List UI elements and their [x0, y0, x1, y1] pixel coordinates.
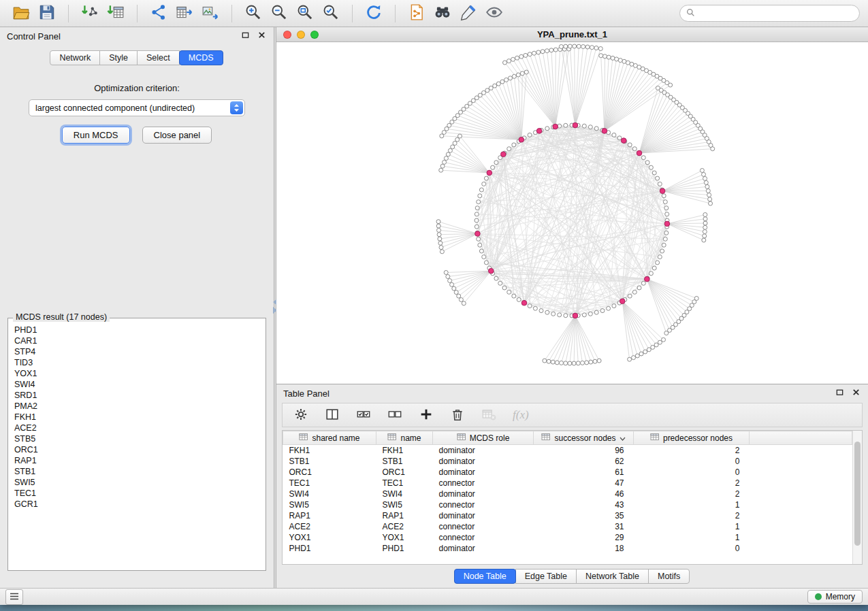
optimization-select[interactable]: largest connected component (undirected): [29, 99, 245, 116]
zoom-fit-button[interactable]: [295, 2, 315, 24]
table-row[interactable]: RAP1RAP1dominator352: [283, 510, 852, 521]
search-input[interactable]: [699, 9, 853, 18]
add-row-button[interactable]: [419, 407, 434, 424]
search-box[interactable]: [679, 5, 860, 22]
import-table-file-button[interactable]: [106, 2, 126, 24]
result-node[interactable]: ACE2: [14, 423, 259, 433]
zoom-out-icon: [270, 3, 288, 23]
control-panel-float-button[interactable]: [240, 30, 251, 42]
refresh-layout-button[interactable]: [364, 2, 384, 24]
result-node[interactable]: PHD1: [14, 325, 259, 335]
tab-motifs[interactable]: Motifs: [648, 569, 690, 584]
column-header-successor-nodes[interactable]: successor nodes: [534, 431, 634, 445]
result-node[interactable]: GCR1: [14, 499, 259, 510]
result-node[interactable]: STB5: [14, 433, 259, 444]
table-row[interactable]: SWI4SWI4dominator462: [283, 489, 852, 499]
tab-style[interactable]: Style: [99, 50, 138, 65]
tab-edge-table[interactable]: Edge Table: [515, 569, 577, 584]
result-node[interactable]: TEC1: [14, 488, 259, 499]
result-node[interactable]: FKH1: [14, 412, 259, 423]
run-mcds-button[interactable]: Run MCDS: [62, 127, 130, 144]
result-node[interactable]: TID3: [14, 357, 259, 368]
control-panel-close-button[interactable]: [257, 30, 267, 42]
mcds-result-list[interactable]: PHD1CAR1STP4TID3YOX1SWI4SRD1PMA2FKH1ACE2…: [8, 318, 266, 570]
column-type-icon: [457, 432, 466, 444]
network-graph[interactable]: [276, 42, 868, 384]
import-network-file-button[interactable]: [80, 2, 100, 24]
toolbar-buttons: [8, 2, 507, 24]
table-row[interactable]: TEC1TEC1connector472: [283, 478, 852, 489]
window-close-button[interactable]: [283, 31, 291, 39]
window-minimize-button[interactable]: [297, 31, 305, 39]
show-hide-graphics-button[interactable]: [484, 2, 504, 24]
tab-node-table[interactable]: Node Table: [454, 569, 516, 584]
result-node[interactable]: STP4: [14, 346, 259, 357]
save-session-button[interactable]: [37, 2, 57, 24]
table-row[interactable]: YOX1YOX1connector291: [283, 532, 852, 543]
table-row[interactable]: SWI5SWI5connector431: [283, 499, 852, 510]
tab-network[interactable]: Network: [50, 50, 100, 65]
zoom-in-button[interactable]: [243, 2, 263, 24]
apply-style-button[interactable]: [458, 2, 479, 24]
network-document-share-button[interactable]: [406, 2, 427, 24]
table-row[interactable]: ORC1ORC1dominator610: [283, 467, 852, 478]
result-node[interactable]: SWI5: [14, 477, 259, 488]
cell-name: SWI4: [376, 489, 433, 499]
network-window-titlebar[interactable]: YPA_prune.txt_1: [276, 27, 868, 42]
tab-select[interactable]: Select: [137, 50, 180, 65]
result-node[interactable]: RAP1: [14, 455, 259, 466]
zoom-out-button[interactable]: [269, 2, 289, 24]
search-network-button[interactable]: [432, 2, 453, 24]
delete-row-button[interactable]: [450, 407, 465, 424]
settings-gear-icon: [293, 407, 308, 424]
network-canvas[interactable]: [276, 42, 868, 384]
cell-predecessor-nodes: 1: [634, 532, 750, 543]
table-row[interactable]: PHD1PHD1dominator180: [283, 543, 852, 554]
apply-style-icon: [460, 3, 477, 23]
column-header-mcds-role[interactable]: MCDS role: [433, 431, 534, 445]
select-all-rows-button[interactable]: [356, 407, 371, 424]
result-node[interactable]: SWI4: [14, 379, 259, 390]
result-node[interactable]: PMA2: [14, 401, 259, 412]
result-node[interactable]: SRD1: [14, 390, 259, 401]
status-menu-button[interactable]: [5, 589, 23, 605]
export-image-button[interactable]: [200, 2, 221, 24]
table-row[interactable]: FKH1FKH1dominator962: [283, 445, 852, 456]
scrollbar-thumb[interactable]: [854, 442, 861, 546]
table-vertical-scrollbar[interactable]: [852, 431, 862, 564]
result-node[interactable]: YOX1: [14, 368, 259, 379]
optimization-label: Optimization criterion:: [94, 83, 180, 93]
import-network-file-icon: [81, 3, 99, 23]
deselect-all-rows-button[interactable]: [387, 407, 402, 424]
result-node[interactable]: CAR1: [14, 335, 259, 346]
column-header-name[interactable]: name: [376, 431, 433, 445]
export-table-button[interactable]: [174, 2, 195, 24]
table-panel: Table Panel f(x) shared namen: [276, 384, 868, 588]
table-panel-float-button[interactable]: [835, 387, 845, 399]
window-zoom-button[interactable]: [310, 31, 319, 39]
close-panel-icon: [852, 388, 861, 399]
tab-network-table[interactable]: Network Table: [576, 569, 649, 584]
table-row[interactable]: ACE2ACE2connector311: [283, 521, 852, 532]
settings-gear-button[interactable]: [293, 407, 308, 424]
zoom-selected-button[interactable]: [321, 2, 341, 24]
column-header-predecessor-nodes[interactable]: predecessor nodes: [634, 431, 750, 445]
memory-button[interactable]: Memory: [807, 590, 863, 604]
open-session-button[interactable]: [11, 2, 31, 24]
cell-successor-nodes: 61: [534, 467, 634, 478]
export-network-button[interactable]: [148, 2, 169, 24]
tab-mcds[interactable]: MCDS: [179, 50, 223, 65]
close-panel-icon: [257, 31, 266, 42]
cell-filler: [750, 510, 852, 521]
column-type-icon: [650, 432, 660, 444]
result-node[interactable]: ORC1: [14, 444, 259, 455]
column-layout-button[interactable]: [325, 407, 340, 424]
control-panel: Control Panel NetworkStyleSelectMCDS Opt…: [0, 27, 274, 588]
column-header-shared-name[interactable]: shared name: [283, 431, 376, 445]
table-panel-close-button[interactable]: [851, 387, 861, 399]
close-panel-button[interactable]: Close panel: [142, 127, 212, 144]
table-scroll-area[interactable]: shared namenameMCDS rolesuccessor nodesp…: [283, 431, 852, 564]
table-row[interactable]: STB1STB1dominator620: [283, 456, 852, 467]
mcds-result-group: MCDS result (17 nodes) PHD1CAR1STP4TID3Y…: [7, 318, 266, 571]
result-node[interactable]: STB1: [14, 466, 259, 477]
